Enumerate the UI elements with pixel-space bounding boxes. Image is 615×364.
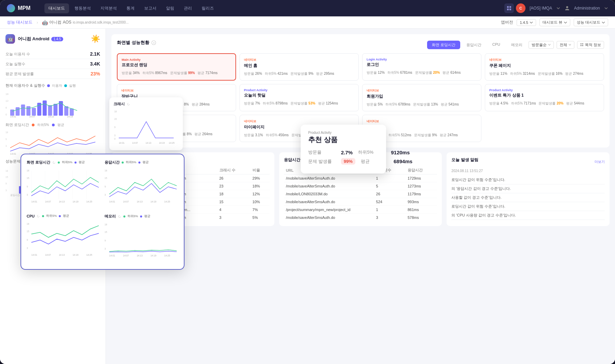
svg-rect-56 <box>582 43 583 44</box>
svg-rect-2 <box>507 9 509 10</box>
svg-text:3: 3 <box>5 189 7 192</box>
crash-count-3: 15 <box>217 198 250 206</box>
screen-perf-title: 화면별 성능현황 i <box>117 40 156 46</box>
resp-url-3: /mobile/saveAlterSmsAuth.do <box>284 198 374 206</box>
loading-time-section: 화면 로딩시간 하위5% 평균 18 9 3 14:01 14:07 14:13 <box>5 122 100 155</box>
svg-text:15: 15 <box>105 177 107 179</box>
loading-time-legend: 화면 로딩시간 하위5% 평균 <box>5 122 100 127</box>
table-row[interactable]: /mobile/saveAlterSmsAuth.do 1 1729ms <box>284 174 437 182</box>
svg-text:14:13: 14:13 <box>146 142 151 144</box>
screen-card-1[interactable]: 네이티브 메인 홈 방문율 26% 하위5% 421ms 문제발생률 9% 평균… <box>240 53 359 81</box>
svg-text:18: 18 <box>114 110 117 113</box>
top-navigation: MPM 대시보드 행동분석 지역분석 통계 보고서 알림 관리 릴리즈 C [A… <box>0 0 615 16</box>
crash-count-0: 26 <box>217 174 250 182</box>
report-type-select[interactable]: 대시보드 뷰 <box>539 18 570 26</box>
svg-text:14:25: 14:25 <box>169 142 175 144</box>
breadcrumb-app-path: io.imqa.android.sdk.imqa_test2000... <box>73 20 128 24</box>
resp-time-3: 993ms <box>406 198 437 206</box>
table-row[interactable]: /mobile/saveAlterSmsAuth.do 524 993ms <box>284 198 437 206</box>
breadcrumb-perf[interactable]: 성능 대시보드 <box>7 19 32 25</box>
filter-sort[interactable]: 방문율순 <box>529 41 554 49</box>
app-icon: 🤖 <box>5 34 15 44</box>
more-alerts-btn[interactable]: 더보기 <box>594 159 605 164</box>
overlay-loading-chart: 화면 로딩시간 하위5% 평균 18 15 9 3 <box>27 160 100 210</box>
card-type-0: Main Activity <box>122 58 231 61</box>
svg-text:14:19: 14:19 <box>151 254 156 257</box>
version-select[interactable]: 1.4.5 <box>517 19 536 26</box>
popup-issue-row: 문제 발생률 99% 평균 6894ms <box>308 158 379 165</box>
stats-section: 오늘 이용자 수 2.1K 오늘 실행수 3.4K 평균 문제 발생률 23% <box>5 49 100 79</box>
user-avatar[interactable]: C <box>516 3 525 13</box>
breadcrumb-right: 앱버전 1.4.5 대시보드 뷰 성능 대시보드 <box>501 18 608 26</box>
perf-tab-group: 화면 로딩시간 응답시간 CPU 메모리 방문율순 전체 <box>427 41 604 49</box>
table-row[interactable]: /project/summary/mpm_new/project_id 1 86… <box>284 206 437 214</box>
window-icon[interactable] <box>504 3 514 13</box>
card-stats-1: 방문율 26% 하위5% 421ms 문제발생률 9% 평균 295ms <box>244 71 354 76</box>
svg-text:14:01: 14:01 <box>10 115 16 118</box>
user-count-title: 현재 이용자수 & 실행수 이용자 실행 <box>5 83 100 88</box>
nav-region[interactable]: 지역분석 <box>96 3 121 13</box>
tab-response[interactable]: 응답시간 <box>462 41 486 49</box>
app-selector-chevron[interactable] <box>556 6 560 10</box>
nav-report[interactable]: 보고서 <box>140 3 161 13</box>
svg-rect-9 <box>10 110 14 116</box>
screen-card-3[interactable]: 네이티브 쿠폰 페이지 방문율 11% 하위5% 3214ms 문제발생률 16… <box>485 53 604 81</box>
refresh-cpu-icon <box>37 214 40 218</box>
svg-text:14:07: 14:07 <box>29 115 35 118</box>
logo[interactable]: MPM <box>7 4 38 12</box>
svg-text:로딩시간: 로딩시간 <box>10 194 20 196</box>
svg-text:18: 18 <box>105 223 107 226</box>
screen-card-2[interactable]: Login Activity 로그인 방문율 12% 하위5% 6781ms 문… <box>362 53 481 81</box>
table-row[interactable]: /mobile/LON802033M.do 26 1179ms <box>284 190 437 198</box>
screen-card-7[interactable]: Product Activity 이벤트 특가 상품 1 방문율 4.5% 하위… <box>485 84 604 111</box>
nav-dashboard[interactable]: 대시보드 <box>44 3 69 13</box>
response-table: URL 호출횟수 응답시간 /mobile/saveAlterSmsAuth.d… <box>284 166 437 221</box>
filter-all[interactable]: 전체 <box>557 41 574 49</box>
screen-card-6[interactable]: 네이티브 회원가입 방문율 5% 하위5% 6789ms 문제발생률 13% 평… <box>362 84 481 111</box>
dashboard-type-select[interactable]: 성능 대시보드 <box>574 18 608 26</box>
app-selector-label[interactable]: [AOS] IMQA <box>530 6 552 11</box>
tab-memory[interactable]: 메모리 <box>506 41 527 49</box>
popup-avg-label: 평균 <box>361 158 388 165</box>
table-row[interactable]: /mobile/saveAlterSmsAuth.do 3 578ms <box>284 214 437 222</box>
admin-label: Administration <box>574 6 600 11</box>
popup-title: 추천 상품 <box>308 135 379 144</box>
stat-row-runs: 오늘 실행수 3.4K <box>5 59 100 69</box>
tab-cpu[interactable]: CPU <box>488 41 505 49</box>
nav-manage[interactable]: 관리 <box>180 3 196 13</box>
svg-text:18: 18 <box>105 169 107 172</box>
svg-text:14:19: 14:19 <box>73 200 79 203</box>
svg-text:14:07: 14:07 <box>132 142 138 144</box>
svg-text:15: 15 <box>27 230 29 233</box>
resp-calls-1: 5 <box>374 182 406 190</box>
tab-loading[interactable]: 화면 로딩시간 <box>427 41 460 49</box>
card-stats-5: 방문율 7% 하위5% 8798ms 문제발생률 53% 평균 1254ms <box>244 101 354 106</box>
svg-text:15: 15 <box>105 231 107 233</box>
svg-text:i: i <box>153 42 154 44</box>
issues-value: 23% <box>91 71 100 76</box>
svg-text:15: 15 <box>114 118 117 120</box>
screen-card-0[interactable]: Main Activity 프로모션 랜딩 방문율 34% 하위5% 8967m… <box>117 53 236 81</box>
nav-alert[interactable]: 알림 <box>162 3 178 13</box>
perf-filter-area: 방문율순 전체 목적 정보 <box>529 41 604 49</box>
card-name-2: 로그인 <box>367 62 477 68</box>
card-name-0: 프로모션 랜딩 <box>122 62 231 68</box>
resp-url-2: /mobile/LON802033M.do <box>284 190 374 198</box>
nav-right: C [AOS] IMQA Administration <box>504 3 608 13</box>
table-row[interactable]: /mobile/saveAlterSmsAuth.do 5 1273ms <box>284 182 437 190</box>
svg-text:14:01: 14:01 <box>31 200 37 203</box>
nav-release[interactable]: 릴리즈 <box>197 3 218 13</box>
export-btn[interactable]: 목적 정보 <box>577 41 604 49</box>
nav-stats[interactable]: 통계 <box>122 3 139 13</box>
resp-time-2: 1179ms <box>406 190 437 198</box>
admin-chevron[interactable] <box>604 6 608 10</box>
svg-text:9: 9 <box>114 126 115 128</box>
svg-text:14:25: 14:25 <box>164 254 170 257</box>
screen-card-5[interactable]: Product Activity 오늘의 핫딜 방문율 7% 하위5% 8798… <box>240 84 359 111</box>
nav-behavior[interactable]: 행동분석 <box>70 3 95 13</box>
alert-item-4: 의 'CPU 사용량 값이 경고 수준'입니다. <box>451 211 605 220</box>
svg-text:0: 0 <box>114 138 115 140</box>
alert-item-3: 로딩시간 값이 위험 수준'입니다. <box>451 202 605 211</box>
weather-icon: ☀️ <box>91 34 100 43</box>
refresh-small-icon <box>52 161 56 164</box>
